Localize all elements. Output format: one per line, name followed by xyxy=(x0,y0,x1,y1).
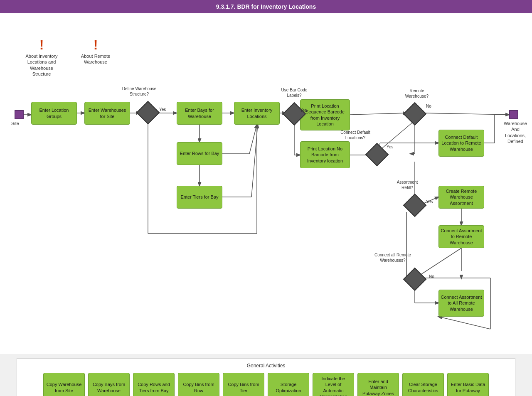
title-bar: 9.3.1.7. BDR for Inventory Locations xyxy=(0,0,532,13)
activity-basic-data[interactable]: Enter Basic Data for Putaway xyxy=(447,373,489,396)
activities-row: Copy Warehouse from Site Copy Bays from … xyxy=(21,373,511,396)
warehouse-defined-label: Warehouse And Locations, Defined xyxy=(501,121,530,144)
terminal-end xyxy=(509,110,518,119)
activity-consolidation[interactable]: Indicate the Level of Automatic Consolid… xyxy=(313,373,354,396)
diamond-barcode-label: Use Bar Code Labels? xyxy=(278,87,311,98)
general-activities-section: General Activities Copy Warehouse from S… xyxy=(17,358,515,396)
exclamation-icon-2: ! xyxy=(94,38,98,52)
box-print-seq[interactable]: Print Location Sequence Barcode from Inv… xyxy=(300,99,350,130)
svg-line-11 xyxy=(249,125,257,154)
activity-storage-opt[interactable]: Storage Optimization xyxy=(268,373,309,396)
box-connect-default[interactable]: Connect Default Location to Remote Wareh… xyxy=(438,130,484,157)
box-bays-warehouse[interactable]: Enter Bays for Warehouse xyxy=(177,102,222,125)
activity-copy-bays[interactable]: Copy Bays from Warehouse xyxy=(88,373,130,396)
box-location-groups[interactable]: Enter Location Groups xyxy=(31,102,77,125)
edge-label-yes-1: Yes xyxy=(159,107,166,112)
info-icon-1[interactable]: ! About Inventory Locations and Warehous… xyxy=(23,38,60,77)
diamond-remote-label: Remote Warehouse? xyxy=(400,88,433,99)
box-create-assortment[interactable]: Create Remote Warehouse Assortment xyxy=(438,186,484,209)
svg-line-22 xyxy=(423,113,509,115)
activity-clear-storage[interactable]: Clear Storage Characteristics xyxy=(402,373,444,396)
diamond-connect-all-label: Connect all Remote Warehouses? xyxy=(374,252,411,263)
info-label-2: About Remote Warehouse xyxy=(77,53,114,65)
general-activities-label: General Activities xyxy=(21,363,511,369)
page-title: 9.3.1.7. BDR for Inventory Locations xyxy=(216,3,316,10)
terminal-start xyxy=(15,110,24,119)
activity-copy-rows[interactable]: Copy Rows and Tiers from Bay xyxy=(133,373,175,396)
svg-line-40 xyxy=(438,317,490,329)
svg-line-13 xyxy=(251,125,258,197)
box-warehouses-site[interactable]: Enter Warehouses for Site xyxy=(84,102,130,125)
activity-putaway-zones[interactable]: Enter and Maintain Putaway Zones xyxy=(357,373,399,396)
edge-label-yes-4: Yes xyxy=(426,199,433,204)
svg-line-19 xyxy=(350,113,406,115)
activity-copy-warehouse[interactable]: Copy Warehouse from Site xyxy=(43,373,85,396)
box-print-no[interactable]: Print Location No Barcode from Inventory… xyxy=(300,141,350,168)
edge-label-no-2: No xyxy=(429,274,434,279)
edge-label-no-1: No xyxy=(426,104,431,108)
box-connect-all[interactable]: Connect Assortment to All Remote Warehou… xyxy=(438,290,484,317)
svg-line-35 xyxy=(415,248,461,278)
activity-copy-bins-row[interactable]: Copy Bins from Row xyxy=(178,373,219,396)
main-canvas: ! About Inventory Locations and Warehous… xyxy=(0,13,532,354)
box-connect-assortment[interactable]: Connect Assortment to Remote Warehouse xyxy=(438,225,484,248)
diamond-define-wh-label: Define Warehouse Structure? xyxy=(121,86,158,97)
activity-copy-bins-tier[interactable]: Copy Bins from Tier xyxy=(223,373,264,396)
box-rows-bay[interactable]: Enter Rows for Bay xyxy=(177,142,222,165)
diamond-assortment-label: Assortment Refill? xyxy=(391,180,424,190)
diamond-connect-default-label: Connect Default Locations? xyxy=(337,130,374,140)
edge-label-yes-3: Yes xyxy=(387,145,393,149)
exclamation-icon-1: ! xyxy=(39,38,44,52)
info-label-1: About Inventory Locations and Warehouse … xyxy=(23,53,60,77)
box-tiers-bay[interactable]: Enter Tiers for Bay xyxy=(177,186,222,209)
edge-label-yes-2: Yes xyxy=(300,108,307,113)
site-label: Site xyxy=(11,121,19,126)
box-inventory-locations[interactable]: Enter Inventory Locations xyxy=(234,102,280,125)
info-icon-2[interactable]: ! About Remote Warehouse xyxy=(77,38,114,65)
